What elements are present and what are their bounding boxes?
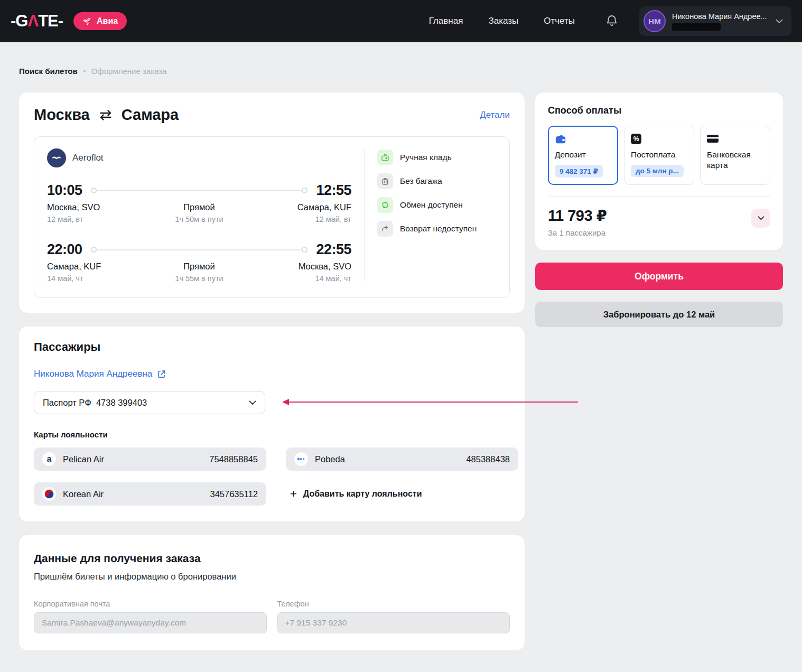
contact-title: Данные для получения заказа: [34, 552, 510, 565]
passengers-card: Пассажиры Никонова Мария Андреевна Паспо…: [19, 326, 525, 521]
return-icon: [377, 221, 393, 237]
payment-card: Способ оплаты Депозит 9 482 371 ₽: [535, 92, 783, 250]
flight-duration: 1ч 55м в пути: [137, 274, 262, 283]
feature-label: Возврат недоступен: [400, 224, 477, 234]
breadcrumb-search-tickets[interactable]: Поиск билетов: [19, 67, 78, 76]
departure-city: Самара, KUF: [47, 262, 137, 272]
chevron-down-icon: [249, 400, 256, 405]
add-card-label: Добавить карту лояльности: [303, 489, 422, 499]
loyalty-airline: Korean Air: [63, 489, 104, 499]
pobeda-logo: [294, 452, 308, 466]
phone-label: Телефон: [277, 600, 510, 608]
breadcrumb-separator: [83, 70, 86, 72]
payment-method-bank-card[interactable]: Банковская карта: [700, 126, 770, 185]
user-menu[interactable]: НМ Никонова Мария Андрее...: [639, 6, 791, 36]
logo-accent: Λ: [27, 12, 38, 30]
arrival-time: 12:55: [316, 182, 351, 199]
chevron-down-icon: [776, 19, 783, 24]
email-label: Корпоративная почта: [34, 600, 267, 608]
breadcrumb: Поиск билетов Оформление заказа: [19, 67, 783, 76]
email-input[interactable]: Samira.Pashaeva@anywayanyday.com: [34, 612, 267, 633]
flight-type: Прямой: [137, 262, 262, 272]
loyalty-number: 7548858845: [209, 454, 258, 464]
passenger-name-link[interactable]: Никонова Мария Андреевна: [34, 369, 166, 379]
user-company-redacted: [672, 23, 721, 31]
flight-leg-return: 22:00 22:55 Самара, KUF Прямой Москва, S…: [47, 241, 351, 283]
notifications-bell-icon[interactable]: [605, 14, 618, 28]
passenger-document-select[interactable]: Паспорт РФ 4738 399403: [34, 391, 265, 414]
departure-time: 10:05: [47, 182, 82, 199]
contact-subtitle: Пришлём билеты и информацию о бронирован…: [34, 572, 510, 582]
gate-logo[interactable]: -GΛTE-: [11, 12, 63, 31]
passengers-title: Пассажиры: [34, 340, 510, 354]
details-link[interactable]: Детали: [480, 110, 510, 120]
price-note: За 1 пассажира: [548, 228, 607, 237]
logo-post: TE-: [38, 12, 63, 30]
loyalty-cards-title: Карты лояльности: [34, 430, 510, 439]
nav-link-home[interactable]: Главная: [429, 16, 463, 26]
loyalty-card-pelican-air[interactable]: a Pelican Air 7548858845: [34, 447, 266, 471]
total-price: 11 793 ₽: [548, 207, 607, 225]
departure-date: 12 май, вт: [47, 215, 137, 223]
aeroflot-logo: [47, 148, 66, 167]
chevron-down-icon: [758, 216, 764, 220]
loyalty-card-korean-air[interactable]: Korean Air 3457635112: [34, 482, 266, 506]
arrival-date: 14 май, чт: [262, 274, 351, 283]
pelican-air-logo: a: [42, 452, 56, 466]
add-loyalty-card-button[interactable]: + Добавить карту лояльности: [286, 488, 518, 500]
exchange-icon: [377, 197, 393, 213]
feature-exchange-available: Обмен доступен: [377, 197, 497, 213]
feature-no-baggage: Без багажа: [377, 173, 497, 189]
payment-method-label: Банковская карта: [707, 150, 763, 171]
arrival-city: Москва, SVO: [262, 262, 351, 272]
nav-link-reports[interactable]: Отчеты: [544, 16, 575, 26]
product-badge-avia[interactable]: Авиа: [73, 12, 127, 30]
feature-refund-unavailable: Возврат недоступен: [377, 221, 497, 237]
loyalty-card-pobeda[interactable]: Pobeda 485388438: [286, 447, 518, 471]
flight-timeline: [82, 188, 316, 193]
bank-card-icon: [707, 135, 719, 143]
flight-type: Прямой: [137, 202, 262, 212]
payment-method-postpay[interactable]: % Постоплата до 5 млн р...: [624, 126, 694, 185]
deposit-balance-badge: 9 482 371 ₽: [555, 165, 603, 178]
plane-icon: [82, 16, 92, 26]
arrival-time: 22:55: [316, 241, 351, 258]
main-nav: Главная Заказы Отчеты: [429, 16, 575, 26]
payment-method-deposit[interactable]: Депозит 9 482 371 ₽: [548, 126, 618, 185]
postpay-limit-badge: до 5 млн р...: [631, 165, 684, 177]
payment-method-label: Депозит: [555, 150, 611, 160]
baggage-icon: [377, 173, 393, 189]
nav-link-orders[interactable]: Заказы: [488, 16, 518, 26]
divider: [548, 196, 770, 197]
external-link-icon: [157, 370, 166, 379]
feature-label: Без багажа: [400, 176, 442, 186]
flight-timeline: [82, 247, 316, 253]
phone-input[interactable]: +7 915 337 9230: [277, 612, 510, 633]
loyalty-airline: Pobeda: [315, 454, 345, 464]
trip-title: Москва Самара: [34, 106, 179, 124]
arrival-date: 12 май, вт: [262, 215, 351, 223]
annotation-arrow: [283, 402, 578, 403]
plus-icon: +: [290, 488, 297, 500]
feature-hand-luggage: Ручная кладь: [377, 150, 497, 165]
checkout-button[interactable]: Оформить: [535, 263, 783, 290]
trip-origin: Москва: [34, 106, 90, 124]
price-details-expander[interactable]: [751, 209, 770, 228]
hand-luggage-icon: [377, 150, 393, 165]
loyalty-airline: Pelican Air: [63, 454, 104, 464]
user-name: Никонова Мария Андрее...: [672, 12, 767, 21]
trip-destination: Самара: [122, 106, 179, 124]
departure-time: 22:00: [47, 241, 82, 258]
document-value: Паспорт РФ 4738 399403: [43, 398, 147, 408]
hold-booking-button[interactable]: Забронировать до 12 май: [535, 302, 783, 327]
top-navbar: -GΛTE- Авиа Главная Заказы Отчеты НМ Ник…: [0, 0, 802, 42]
flight-box: Aeroflot 10:05 12:55 Москва, SVO П: [34, 136, 510, 298]
flight-leg-outbound: 10:05 12:55 Москва, SVO Прямой Самара, K…: [47, 182, 351, 223]
order-contact-card: Данные для получения заказа Пришлём биле…: [19, 535, 525, 650]
loyalty-number: 485388438: [466, 454, 510, 464]
percent-icon: %: [631, 134, 641, 144]
korean-air-logo: [42, 487, 56, 501]
swap-arrows-icon: [98, 109, 113, 121]
logo-pre: -G: [11, 12, 27, 30]
payment-title: Способ оплаты: [548, 105, 770, 116]
